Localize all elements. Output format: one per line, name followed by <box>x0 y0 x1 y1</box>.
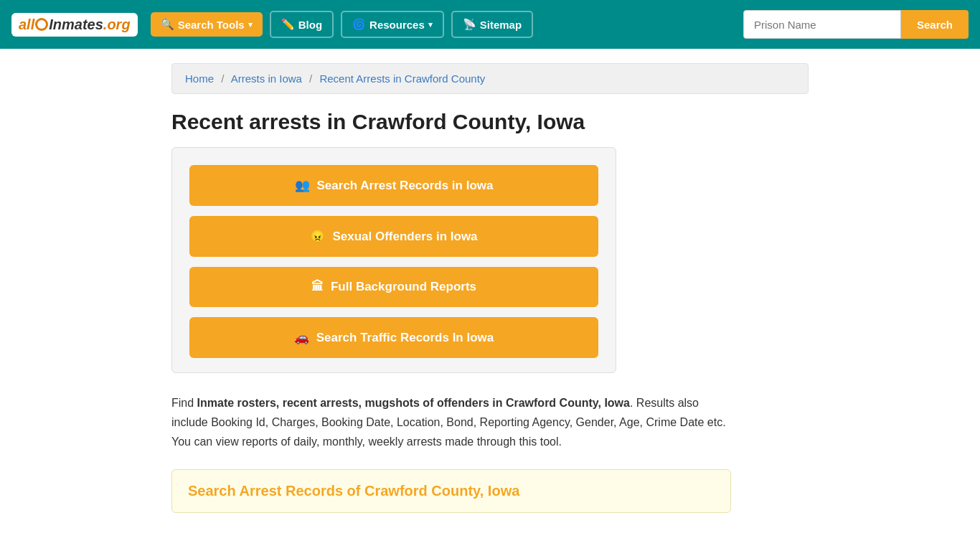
resources-label: Resources <box>369 19 425 31</box>
logo-gear-icon <box>35 18 48 31</box>
traffic-records-label: Search Traffic Records In Iowa <box>316 331 494 345</box>
resources-icon: 🌀 <box>352 18 366 31</box>
page-title: Recent arrests in Crawford County, Iowa <box>171 110 809 134</box>
description-intro: Find <box>171 397 197 409</box>
logo-all: all <box>19 17 34 33</box>
breadcrumb-home-link[interactable]: Home <box>185 72 214 85</box>
arrest-records-icon: 👥 <box>295 178 310 193</box>
resources-chevron-icon: ▾ <box>428 20 433 29</box>
search-tools-icon: 🔍 <box>161 18 174 31</box>
logo-inmates: Inmates <box>49 17 103 33</box>
sexual-offenders-icon: 😠 <box>310 229 325 244</box>
search-tools-chevron-icon: ▾ <box>248 20 253 29</box>
sitemap-button[interactable]: 📡 Sitemap <box>451 11 533 38</box>
background-reports-icon: 🏛 <box>311 280 324 294</box>
breadcrumb-current: Recent Arrests in Crawford County <box>319 72 485 85</box>
logo[interactable]: all Inmates .org <box>11 13 138 37</box>
blog-button[interactable]: ✏️ Blog <box>270 11 334 38</box>
resources-button[interactable]: 🌀 Resources ▾ <box>341 11 444 38</box>
search-arrest-records-button[interactable]: 👥 Search Arrest Records in Iowa <box>189 165 598 206</box>
background-reports-label: Full Background Reports <box>331 280 476 294</box>
breadcrumb-sep-1: / <box>221 72 224 85</box>
prison-search-form: Search <box>743 10 969 39</box>
search-section: Search Arrest Records of Crawford County… <box>171 469 731 513</box>
search-tools-label: Search Tools <box>178 19 245 31</box>
search-section-title: Search Arrest Records of Crawford County… <box>188 483 715 499</box>
sitemap-icon: 📡 <box>463 18 476 31</box>
breadcrumb-arrests-iowa-link[interactable]: Arrests in Iowa <box>231 72 302 85</box>
logo-org: .org <box>103 17 131 33</box>
background-reports-button[interactable]: 🏛 Full Background Reports <box>189 267 598 307</box>
arrest-records-label: Search Arrest Records in Iowa <box>317 179 494 193</box>
breadcrumb: Home / Arrests in Iowa / Recent Arrests … <box>171 63 809 94</box>
description: Find Inmate rosters, recent arrests, mug… <box>171 393 731 452</box>
main-content: Home / Arrests in Iowa / Recent Arrests … <box>160 49 820 527</box>
sitemap-label: Sitemap <box>480 19 522 31</box>
traffic-records-icon: 🚗 <box>294 330 309 345</box>
search-tools-button[interactable]: 🔍 Search Tools ▾ <box>151 12 263 37</box>
navbar: all Inmates .org 🔍 Search Tools ▾ ✏️ Blo… <box>0 0 980 49</box>
blog-icon: ✏️ <box>281 18 295 31</box>
breadcrumb-sep-2: / <box>309 72 312 85</box>
prison-name-input[interactable] <box>743 10 901 39</box>
description-bold: Inmate rosters, recent arrests, mugshots… <box>197 397 630 409</box>
traffic-records-button[interactable]: 🚗 Search Traffic Records In Iowa <box>189 317 598 358</box>
prison-search-button[interactable]: Search <box>901 10 969 39</box>
sexual-offenders-label: Sexual Offenders in Iowa <box>332 230 477 244</box>
blog-label: Blog <box>298 19 322 31</box>
sexual-offenders-button[interactable]: 😠 Sexual Offenders in Iowa <box>189 216 598 257</box>
action-buttons-card: 👥 Search Arrest Records in Iowa 😠 Sexual… <box>171 147 616 373</box>
